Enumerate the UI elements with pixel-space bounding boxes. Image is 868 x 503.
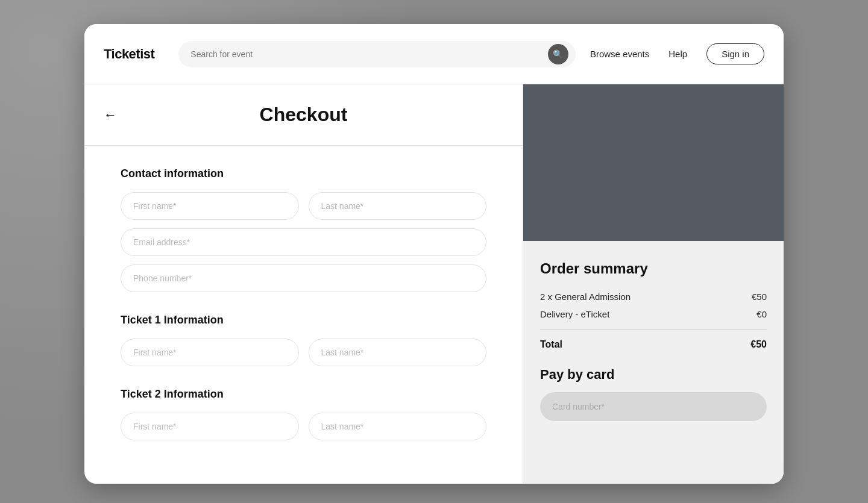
- back-button[interactable]: ←: [104, 107, 117, 123]
- ticket2-last-name-input[interactable]: [309, 413, 487, 440]
- ticket2-section: Ticket 2 Information: [121, 388, 486, 440]
- form-area: Contact information Ticket 1 Information: [84, 146, 523, 484]
- search-icon: 🔍: [553, 49, 563, 59]
- ticket1-last-name-input[interactable]: [309, 339, 487, 366]
- checkout-title: Checkout: [260, 104, 348, 126]
- contact-phone-row: [121, 264, 486, 292]
- order-line-1-label: 2 x General Admission: [540, 292, 631, 302]
- order-line-2: Delivery - eTicket €0: [540, 309, 767, 319]
- left-panel: ← Checkout Contact information: [84, 84, 523, 484]
- order-line-2-amount: €0: [756, 309, 767, 319]
- contact-last-name-input[interactable]: [309, 192, 487, 220]
- order-line-1-amount: €50: [752, 292, 767, 302]
- help-link[interactable]: Help: [668, 49, 687, 59]
- contact-name-row: [121, 192, 486, 220]
- contact-section-title: Contact information: [121, 167, 486, 180]
- logo: Ticketist: [104, 46, 154, 62]
- checkout-header: ← Checkout: [84, 84, 523, 146]
- ticket1-name-row: [121, 339, 486, 366]
- ticket1-first-name-input[interactable]: [121, 339, 299, 366]
- ticket2-name-row: [121, 413, 486, 440]
- contact-section: Contact information: [121, 167, 486, 292]
- nav-links: Browse events Help Sign in: [590, 43, 764, 64]
- contact-first-name-input[interactable]: [121, 192, 299, 220]
- order-summary-area: Order summary 2 x General Admission €50 …: [523, 241, 784, 440]
- order-divider: [540, 329, 767, 330]
- navbar: Ticketist 🔍 Browse events Help Sign in: [84, 24, 784, 84]
- pay-section-title: Pay by card: [540, 367, 767, 383]
- right-panel: Order summary 2 x General Admission €50 …: [523, 84, 784, 484]
- search-bar: 🔍: [178, 41, 576, 67]
- content-area: ← Checkout Contact information: [84, 84, 784, 484]
- card-number-input[interactable]: [540, 392, 767, 421]
- search-button[interactable]: 🔍: [548, 44, 568, 64]
- order-line-2-label: Delivery - eTicket: [540, 309, 609, 319]
- contact-email-input[interactable]: [121, 228, 486, 256]
- contact-phone-input[interactable]: [121, 264, 486, 292]
- ticket2-first-name-input[interactable]: [121, 413, 299, 440]
- order-total: Total €50: [540, 339, 767, 350]
- ticket1-section: Ticket 1 Information: [121, 314, 486, 366]
- sign-in-button[interactable]: Sign in: [706, 43, 764, 64]
- search-input[interactable]: [190, 49, 543, 59]
- order-summary-title: Order summary: [540, 260, 767, 277]
- total-label: Total: [540, 339, 562, 350]
- order-line-1: 2 x General Admission €50: [540, 292, 767, 302]
- ticket2-section-title: Ticket 2 Information: [121, 388, 486, 401]
- browse-events-link[interactable]: Browse events: [590, 49, 649, 59]
- event-image: [523, 84, 784, 241]
- ticket1-section-title: Ticket 1 Information: [121, 314, 486, 326]
- total-amount: €50: [750, 339, 767, 350]
- contact-email-row: [121, 228, 486, 256]
- main-card: Ticketist 🔍 Browse events Help Sign in ←…: [84, 24, 784, 484]
